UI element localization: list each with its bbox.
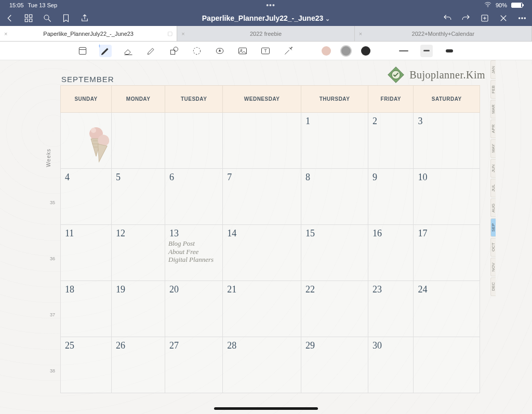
day-cell[interactable]: 14 xyxy=(223,225,301,281)
day-cell[interactable]: 16 xyxy=(368,225,414,281)
day-cell[interactable]: 23 xyxy=(368,281,414,337)
status-center-dots: ••• xyxy=(266,1,275,9)
day-header[interactable]: THURSDAY xyxy=(301,86,368,113)
month-tab-nov[interactable]: NOV xyxy=(490,258,496,276)
day-cell[interactable]: 19 xyxy=(112,281,165,337)
day-cell[interactable]: 28 xyxy=(223,337,301,393)
status-date: Tue 13 Sep xyxy=(28,2,57,8)
month-tab-apr[interactable]: APR xyxy=(490,119,496,138)
color-swatch-1[interactable] xyxy=(322,46,331,56)
page-canvas[interactable]: Bujoplanner.Kim SEPTEMBER Weeks 35 36 37… xyxy=(0,60,532,414)
tab-close-icon[interactable]: × xyxy=(181,31,184,37)
day-cell[interactable]: 26 xyxy=(112,337,165,393)
day-number: 14 xyxy=(227,228,236,239)
day-header[interactable]: FRIDAY xyxy=(368,86,414,113)
day-cell[interactable]: 15 xyxy=(301,225,368,281)
day-cell[interactable]: 21 xyxy=(223,281,301,337)
day-header[interactable]: TUESDAY xyxy=(165,86,223,113)
elements-tool-icon[interactable] xyxy=(214,45,226,57)
month-tab-oct[interactable]: OCT xyxy=(490,238,496,257)
bookmark-icon[interactable] xyxy=(61,14,71,23)
day-cell[interactable]: 22 xyxy=(301,281,368,337)
month-tab-sep[interactable]: SEP xyxy=(490,218,496,237)
day-cell[interactable]: 13Blog Post About Free Digital Planners xyxy=(165,225,223,281)
day-cell[interactable] xyxy=(165,113,223,169)
back-icon[interactable] xyxy=(5,14,15,23)
month-tab-jan[interactable]: JAN xyxy=(490,60,496,79)
day-cell[interactable]: 2 xyxy=(368,113,414,169)
add-page-icon[interactable] xyxy=(480,14,489,23)
day-cell[interactable]: 25 xyxy=(61,337,112,393)
day-cell[interactable]: 17 xyxy=(414,225,480,281)
color-swatch-2[interactable] xyxy=(341,46,351,56)
tab-close-icon[interactable]: × xyxy=(359,31,362,37)
pen-tool-icon[interactable]: ᚼ xyxy=(99,45,112,57)
image-tool-icon[interactable] xyxy=(236,45,249,57)
redo-icon[interactable] xyxy=(461,14,471,23)
week-number: 35 xyxy=(46,175,59,231)
day-cell[interactable]: 9 xyxy=(368,169,414,225)
ice-cream-sticker xyxy=(84,125,115,169)
month-title: SEPTEMBER xyxy=(61,75,114,84)
day-header[interactable]: MONDAY xyxy=(112,86,165,113)
week-number: 36 xyxy=(46,231,59,287)
readonly-mode-icon[interactable] xyxy=(76,45,89,57)
day-header[interactable]: SATURDAY xyxy=(414,86,480,113)
day-cell[interactable]: 30 xyxy=(368,337,414,393)
day-header[interactable]: SUNDAY xyxy=(61,86,112,113)
eraser-tool-icon[interactable] xyxy=(122,45,135,57)
calendar-grid: SUNDAY MONDAY TUESDAY WEDNESDAY THURSDAY… xyxy=(60,85,480,393)
day-cell[interactable] xyxy=(223,113,301,169)
day-cell[interactable] xyxy=(414,337,480,393)
day-cell[interactable]: 24 xyxy=(414,281,480,337)
home-indicator[interactable] xyxy=(214,407,318,410)
day-number: 17 xyxy=(418,228,427,239)
tab-0[interactable]: × Paperlike_PlannerJuly22_-_June23 ▢ xyxy=(0,26,177,41)
more-icon[interactable] xyxy=(517,14,527,23)
day-cell[interactable] xyxy=(61,113,112,169)
document-title[interactable]: Paperlike_PlannerJuly22_-_June23⌄ xyxy=(135,14,397,22)
day-cell[interactable]: 12 xyxy=(112,225,165,281)
stroke-thin-icon[interactable] xyxy=(397,45,410,57)
shape-tool-icon[interactable] xyxy=(168,45,180,57)
month-tab-mar[interactable]: MAR xyxy=(490,100,496,118)
day-cell[interactable]: 4 xyxy=(61,169,112,225)
day-cell[interactable]: 3 xyxy=(414,113,480,169)
month-tab-dec[interactable]: DEC xyxy=(490,277,496,296)
week-number-column: 35 36 37 38 39 xyxy=(46,175,59,414)
svg-rect-1 xyxy=(25,15,28,17)
lasso-tool-icon[interactable] xyxy=(191,45,203,57)
month-tab-aug[interactable]: AUG xyxy=(490,198,496,217)
color-swatch-3[interactable] xyxy=(361,46,370,56)
tab-2[interactable]: × 2022+Monthly+Calendar xyxy=(355,26,532,41)
day-cell[interactable]: 10 xyxy=(414,169,480,225)
day-cell[interactable]: 7 xyxy=(223,169,301,225)
month-tab-may[interactable]: MAY xyxy=(490,139,496,158)
day-cell[interactable] xyxy=(112,113,165,169)
close-icon[interactable] xyxy=(499,14,508,23)
day-cell[interactable]: 29 xyxy=(301,337,368,393)
month-tab-jul[interactable]: JUL xyxy=(490,179,496,197)
day-cell[interactable]: 8 xyxy=(301,169,368,225)
tab-close-icon[interactable]: × xyxy=(4,31,7,37)
day-cell[interactable]: 27 xyxy=(165,337,223,393)
stroke-thick-icon[interactable] xyxy=(443,45,456,57)
highlighter-tool-icon[interactable] xyxy=(145,45,157,57)
undo-icon[interactable] xyxy=(443,14,452,23)
text-tool-icon[interactable]: T xyxy=(259,45,272,57)
day-header[interactable]: WEDNESDAY xyxy=(223,86,301,113)
day-cell[interactable]: 6 xyxy=(165,169,223,225)
day-cell[interactable]: 1 xyxy=(301,113,368,169)
day-cell[interactable]: 20 xyxy=(165,281,223,337)
month-tab-jun[interactable]: JUN xyxy=(490,159,496,178)
share-icon[interactable] xyxy=(80,14,89,23)
day-cell[interactable]: 11 xyxy=(61,225,112,281)
day-cell[interactable]: 18 xyxy=(61,281,112,337)
grid-icon[interactable] xyxy=(24,14,33,23)
month-tab-feb[interactable]: FEB xyxy=(490,80,496,99)
search-icon[interactable] xyxy=(43,14,52,23)
stroke-medium-icon[interactable] xyxy=(420,45,433,57)
tab-1[interactable]: × 2022 freebie xyxy=(177,26,354,41)
laser-tool-icon[interactable] xyxy=(282,45,295,57)
day-cell[interactable]: 5 xyxy=(112,169,165,225)
